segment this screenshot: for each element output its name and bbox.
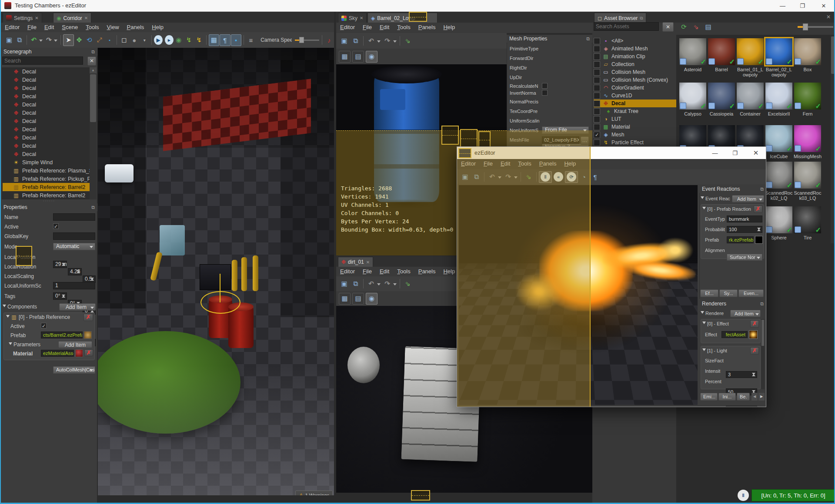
close-panel-icon[interactable]: ✕ <box>826 14 831 20</box>
float-panel-icon[interactable]: ⧉ <box>760 301 764 307</box>
scenegraph-scrollbar[interactable]: ▲ <box>90 67 97 199</box>
asset-thumbnail-sphere[interactable]: ✓ <box>765 206 792 233</box>
scenegraph-tree[interactable]: ❉Decal ❉Decal ❉Decal ❉Decal ❉Decal ❉Deca… <box>2 67 90 199</box>
alignment-dropdown[interactable]: Surface Nor <box>727 254 762 261</box>
menu-view[interactable]: View <box>103 23 123 32</box>
expander-caret[interactable] <box>6 315 10 319</box>
menu-editor[interactable]: Editor <box>336 267 359 276</box>
menu-panels[interactable]: Panels <box>414 23 440 32</box>
asset-thumbnail-excelsiorii[interactable]: ✓ <box>765 83 792 109</box>
position-y-stepper[interactable]: 4.25 <box>68 268 82 275</box>
probability-stepper[interactable]: 100 <box>727 226 762 233</box>
add-component-button[interactable]: Add Item <box>59 303 96 311</box>
percentage-stepper[interactable]: 50 <box>726 406 757 407</box>
asset-thumbnail-calypso[interactable]: ✓ <box>679 83 706 109</box>
translate-gizmo-icon[interactable]: ✥ <box>74 35 84 46</box>
panel-splitter[interactable]: ······ <box>1 199 97 203</box>
invert-normals-checkbox[interactable] <box>542 90 548 96</box>
scene-viewport[interactable]: ⚠ 1 Warnings <box>98 48 334 495</box>
scroll-up-icon[interactable]: ▲ <box>90 67 97 73</box>
save-all-icon[interactable]: ⧉ <box>350 279 361 289</box>
tree-item-decal[interactable]: ❉Decal <box>3 125 90 133</box>
undo-icon[interactable]: ↶ <box>366 36 377 46</box>
mode-dropdown[interactable]: Automatic <box>53 243 95 250</box>
close-tab-icon[interactable]: ✕ <box>360 16 363 20</box>
type-filter-collision-mesh-convex[interactable]: ▭Collision Mesh (Convex) <box>594 76 676 84</box>
menu-help[interactable]: Help <box>148 23 167 32</box>
float-panel-icon[interactable]: ⧉ <box>640 16 643 21</box>
rotation-x-stepper[interactable]: 0° <box>53 292 67 300</box>
tree-item-decal[interactable]: ❉Decal <box>3 67 90 76</box>
particle-editor-window[interactable]: ezEditor — ❐ ✕ EditorFileEditToolsPanels… <box>457 146 766 407</box>
slider-thumb[interactable] <box>803 23 808 30</box>
simulate-gamepad-icon[interactable]: ◉ <box>174 35 184 46</box>
import-asset-icon[interactable]: ⇘ <box>691 21 701 32</box>
component-active-checkbox[interactable]: ✓ <box>41 323 47 328</box>
tab-emitter[interactable]: Emi... <box>700 393 718 401</box>
camera-speed-slider[interactable] <box>295 37 317 43</box>
scenegraph-search-input[interactable] <box>2 56 83 65</box>
asset-search-input[interactable] <box>594 22 659 31</box>
render-mode-icon[interactable]: ≡ <box>246 35 256 46</box>
float-panel-icon[interactable]: ⧉ <box>586 36 590 42</box>
sizefactor-stepper[interactable]: 3 <box>726 371 757 378</box>
asset-thumbnail-box[interactable]: ✓ <box>794 38 821 65</box>
asset-thumbnail-fern[interactable]: ✓ <box>794 83 821 109</box>
select-tool-icon[interactable]: ➤ <box>63 34 73 46</box>
tab-event-reactions[interactable]: Even... <box>738 289 764 297</box>
type-filter-kraut-tree[interactable]: ♠Kraut Tree <box>594 107 676 115</box>
asset-thumbnail-barrel-01[interactable]: ✓ <box>737 38 764 65</box>
scrollbar-thumb[interactable] <box>831 36 835 74</box>
warnings-button[interactable]: ⚠ 1 Warnings <box>295 491 333 495</box>
tab-behavior[interactable]: Be. <box>737 393 750 401</box>
tree-item-decal[interactable]: ❉Decal <box>3 100 90 109</box>
search-clear-button[interactable]: ✕ <box>662 22 674 32</box>
add-renderer-button[interactable]: Add Item <box>730 310 761 317</box>
type-filter-material[interactable]: ▩Material <box>594 123 676 131</box>
camera-icon[interactable]: ◉ <box>366 51 377 63</box>
export-asset-icon[interactable]: ⇘ <box>402 279 413 289</box>
render-mode-icon[interactable]: ▦ <box>339 51 351 63</box>
expander-caret[interactable] <box>702 207 706 211</box>
play-icon[interactable]: ▶ <box>154 35 163 45</box>
component-group-header[interactable]: ▥ [0] - Prefab Reference ✗ <box>6 314 93 321</box>
scale-gizmo-icon[interactable]: ⤢ <box>95 35 104 46</box>
asset-thumbnail-scannedrock02[interactable]: ✓ <box>765 162 792 189</box>
tree-item-decal[interactable]: ❉Decal <box>3 133 90 142</box>
save-all-icon[interactable]: ⧉ <box>14 35 24 46</box>
effect-asset-field[interactable]: fectAsset <box>721 331 748 338</box>
prefab-thumbnail-button[interactable] <box>84 331 92 339</box>
undo-icon[interactable]: ↶ <box>29 35 39 46</box>
snap-icon[interactable]: ▪ <box>105 35 114 46</box>
menu-editor[interactable]: Editor <box>336 23 359 32</box>
menu-panels[interactable]: Panels <box>414 267 440 276</box>
shape-icons-toggle-icon[interactable]: ¶ <box>220 34 230 46</box>
render-mode-icon[interactable]: ▦ <box>339 293 351 305</box>
prefab-asset-field[interactable]: cts/Barrel2.ezPrefab <box>41 332 83 338</box>
active-checkbox[interactable]: ✓ <box>53 223 59 229</box>
asset-report-icon[interactable]: ▤ <box>703 21 714 32</box>
expander-caret[interactable] <box>702 322 706 326</box>
remove-renderer-button[interactable]: ✗ <box>750 347 759 355</box>
screenshot-icon[interactable]: ▤ <box>352 293 364 305</box>
asset-thumbnail-tire[interactable]: ✓ <box>794 206 821 233</box>
visualizers-toggle-icon[interactable]: • <box>231 34 241 46</box>
close-tab-icon[interactable]: ✕ <box>84 16 88 20</box>
menu-file[interactable]: File <box>359 23 376 32</box>
menu-tools[interactable]: Tools <box>393 23 414 32</box>
asset-thumbnail-barrel-02-selected[interactable]: ✓ <box>765 38 792 65</box>
float-panel-icon[interactable]: ⧉ <box>91 49 95 55</box>
transform-assets-icon[interactable]: ⟳ <box>678 21 689 32</box>
tree-item-decal[interactable]: ❉Decal <box>3 92 90 100</box>
menu-edit[interactable]: Edit <box>40 23 58 32</box>
status-pause-icon[interactable]: ‖ <box>738 490 749 501</box>
expander-caret[interactable] <box>701 196 704 201</box>
float-panel-icon[interactable]: ⧉ <box>760 186 764 192</box>
tree-item-simple-wind[interactable]: ☀Simple Wind <box>3 158 90 166</box>
asset-thumbnail-missingmesh[interactable]: ✓ <box>794 125 821 152</box>
tree-item-decal[interactable]: ❉Decal <box>3 109 90 117</box>
rotate-gizmo-icon[interactable]: ⟲ <box>84 35 94 46</box>
material-asset-field[interactable]: ezMaterialAsset <box>41 350 74 357</box>
recalculate-checkbox[interactable] <box>542 83 548 89</box>
type-filter-all[interactable]: ▪<All> <box>594 37 676 45</box>
